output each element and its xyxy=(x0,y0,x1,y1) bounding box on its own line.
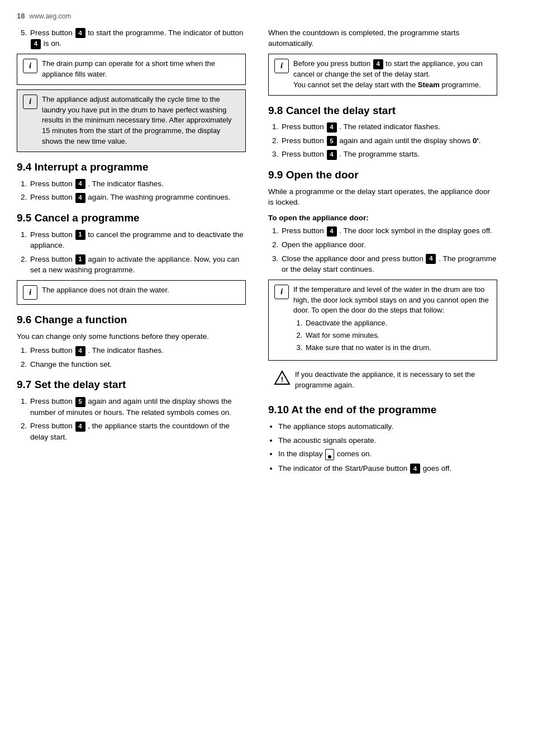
sec97-step1: Press button 5 again and again until the… xyxy=(29,396,246,418)
sec97-step2: Press button 4 , the appliance starts th… xyxy=(29,420,246,442)
section-9-4-title: 9.4 Interrupt a programme xyxy=(17,161,246,174)
sec96-steps: Press button 4 . The indicator flashes. … xyxy=(17,345,246,370)
sec910-bullet-4: The indicator of the Start/Pause button … xyxy=(278,463,497,474)
section-9-6-title: 9.6 Change a function xyxy=(17,314,246,327)
website: www.aeg.com xyxy=(29,12,71,21)
section-9-10-title: 9.10 At the end of the programme xyxy=(268,404,497,417)
page-header: 18 www.aeg.com xyxy=(0,11,533,27)
countdown-complete-text: When the countdown is completed, the pro… xyxy=(268,27,497,49)
info-box-no-drain-text: The appliance does not drain the water. xyxy=(42,285,240,296)
info-box-drain-text: The drain pump can operate for a short t… xyxy=(42,59,240,80)
warn-box-deactivate: ! If you deactivate the appliance, it is… xyxy=(268,365,497,395)
sec98-step1: Press button 4 . The related indicator f… xyxy=(280,121,497,133)
sec910-bullet-1: The appliance stops automatically. xyxy=(278,421,497,432)
steam-word: Steam xyxy=(418,81,440,89)
section-9-7-title: 9.7 Set the delay start xyxy=(17,379,246,391)
info-icon-2: i xyxy=(23,94,37,109)
sec99-steps: Press button 4 . The door lock symbol in… xyxy=(268,225,497,275)
btn-4-s94-2: 4 xyxy=(75,193,85,203)
page-content: Press button 4 to start the programme. T… xyxy=(0,27,533,745)
info-box-before-start: i Before you press button 4 to start the… xyxy=(268,54,497,96)
sec910-bullets: The appliance stops automatically. The a… xyxy=(268,421,497,474)
sec910-bullet-3: In the display comes on. xyxy=(278,448,497,460)
sec96-intro: You can change only some functions befor… xyxy=(17,331,246,342)
info-icon-5: i xyxy=(274,285,289,299)
btn-4-badge: 4 xyxy=(75,28,85,38)
to-open-label: To open the appliance door: xyxy=(268,212,497,224)
inner-step-3: Make sure that no water is in the drum. xyxy=(304,343,491,353)
warn-triangle-icon: ! xyxy=(274,370,291,386)
btn-4-badge2: 4 xyxy=(31,39,41,49)
sec910-bullet-2: The acoustic signals operate. xyxy=(278,435,497,446)
info-box-no-drain: i The appliance does not drain the water… xyxy=(17,280,246,305)
btn-5-s98-2: 5 xyxy=(327,136,337,146)
sec98-steps: Press button 4 . The related indicator f… xyxy=(268,121,497,160)
display-symbol-icon xyxy=(325,449,334,460)
btn-4-s98-1: 4 xyxy=(327,122,337,133)
sec97-steps: Press button 5 again and again until the… xyxy=(17,396,246,442)
inner-step-1: Deactivate the appliance. xyxy=(304,318,491,329)
step-5: Press button 4 to start the programme. T… xyxy=(29,27,246,49)
sec94-step2: Press button 4 again. The washing progra… xyxy=(29,192,246,203)
info-box-before-start-text: Before you press button 4 to start the a… xyxy=(293,59,491,91)
intro-steps: Press button 4 to start the programme. T… xyxy=(17,27,246,49)
btn-4-s99-1: 4 xyxy=(327,226,337,237)
sec99-step3: Close the appliance door and press butto… xyxy=(280,253,497,275)
sec99-intro: While a programme or the delay start ope… xyxy=(268,186,497,208)
section-9-9-title: 9.9 Open the door xyxy=(268,169,497,182)
btn-4-s94-1: 4 xyxy=(75,179,85,189)
zero-prime: 0' xyxy=(473,136,479,145)
sec95-step1: Press button 1 to cancel the programme a… xyxy=(29,229,246,251)
info-box-auto-adjust-text: The appliance adjust automatically the c… xyxy=(42,94,240,147)
warn-box-text: If you deactivate the appliance, it is n… xyxy=(295,370,492,391)
btn-4-s99-3: 4 xyxy=(426,254,436,264)
sec96-step1: Press button 4 . The indicator flashes. xyxy=(29,345,246,356)
info-box-auto-adjust: i The appliance adjust automatically the… xyxy=(17,89,246,152)
inner-steps: Deactivate the appliance. Wait for some … xyxy=(293,318,491,353)
sec95-step2: Press button 1 again to activate the app… xyxy=(29,254,246,276)
btn-4-s97-2: 4 xyxy=(75,422,85,432)
btn-4-s98-3: 4 xyxy=(327,150,337,160)
sec94-step1: Press button 4 . The indicator flashes. xyxy=(29,178,246,190)
sec98-step2: Press button 5 again and again until the… xyxy=(280,135,497,147)
sec99-step2: Open the appliance door. xyxy=(280,239,497,251)
sec96-step2: Change the function set. xyxy=(29,359,246,370)
info-icon-4: i xyxy=(274,59,289,73)
right-column: When the countdown is completed, the pro… xyxy=(257,27,514,745)
sec95-steps: Press button 1 to cancel the programme a… xyxy=(17,229,246,276)
btn-1-s95-2: 1 xyxy=(75,254,85,264)
section-9-5-title: 9.5 Cancel a programme xyxy=(17,212,246,225)
page: 18 www.aeg.com Press button 4 to start t… xyxy=(0,0,533,756)
info-icon-3: i xyxy=(23,285,37,300)
btn-4-s910: 4 xyxy=(410,464,420,474)
sec94-steps: Press button 4 . The indicator flashes. … xyxy=(17,178,246,203)
info-icon-1: i xyxy=(23,59,37,73)
info-box-temp-high: i If the temperature and level of the wa… xyxy=(268,280,497,361)
inner-step-2: Wait for some minutes. xyxy=(304,330,491,341)
sec99-step1: Press button 4 . The door lock symbol in… xyxy=(280,225,497,237)
btn-4-delay: 4 xyxy=(373,59,383,69)
section-9-8-title: 9.8 Cancel the delay start xyxy=(268,105,497,117)
btn-4-s96-1: 4 xyxy=(75,346,85,356)
info-box-temp-high-text: If the temperature and level of the wate… xyxy=(293,285,491,356)
svg-text:!: ! xyxy=(281,375,283,384)
btn-1-s95-1: 1 xyxy=(75,230,85,240)
btn-5-s97-1: 5 xyxy=(75,397,85,407)
info-box-drain: i The drain pump can operate for a short… xyxy=(17,54,246,85)
page-number: 18 xyxy=(17,11,25,22)
left-column: Press button 4 to start the programme. T… xyxy=(0,27,257,745)
sec98-step3: Press button 4 . The programme starts. xyxy=(280,149,497,160)
